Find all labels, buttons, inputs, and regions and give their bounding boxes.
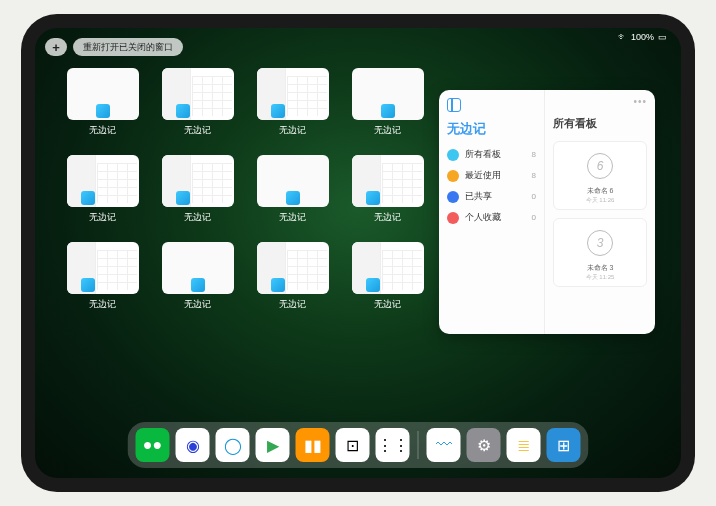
window-tile[interactable]: 无边记	[65, 68, 140, 137]
window-thumbnail	[352, 68, 424, 120]
sidebar-category[interactable]: 个人收藏0	[447, 211, 536, 224]
sidebar-toggle-icon[interactable]	[447, 98, 461, 112]
window-expose-grid: 无边记无边记无边记无边记无边记无边记无边记无边记无边记无边记无边记无边记	[65, 68, 425, 311]
window-tile[interactable]: 无边记	[255, 242, 330, 311]
sidebar-category[interactable]: 最近使用8	[447, 169, 536, 182]
dock-app-apps[interactable]: ⊞	[547, 428, 581, 462]
dock-app-qqbrowser[interactable]: ◯	[216, 428, 250, 462]
board-timestamp: 今天 11:25	[558, 273, 642, 282]
top-bar: + 重新打开已关闭的窗口	[45, 38, 183, 56]
board-thumbnail: 6	[558, 146, 642, 186]
category-icon	[447, 212, 459, 224]
category-count: 8	[532, 171, 536, 180]
window-tile[interactable]: 无边记	[160, 68, 235, 137]
freeform-app-icon	[81, 191, 95, 205]
dock-app-ucbrowser[interactable]: ◉	[176, 428, 210, 462]
window-tile[interactable]: 无边记	[350, 242, 425, 311]
sidebar-category[interactable]: 已共享0	[447, 190, 536, 203]
category-icon	[447, 149, 459, 161]
freeform-app-icon	[191, 278, 205, 292]
dock-app-pods[interactable]: ⋮⋮	[376, 428, 410, 462]
window-thumbnail	[67, 68, 139, 120]
reopen-closed-window-button[interactable]: 重新打开已关闭的窗口	[73, 38, 183, 56]
window-label: 无边记	[374, 298, 401, 311]
window-label: 无边记	[89, 124, 116, 137]
freeform-app-icon	[271, 104, 285, 118]
dock-app-play[interactable]: ▶	[256, 428, 290, 462]
wifi-icon: ᯤ	[618, 32, 627, 42]
board-card[interactable]: 6未命名 6今天 11:26	[553, 141, 647, 210]
window-thumbnail	[67, 242, 139, 294]
more-menu-icon[interactable]: •••	[633, 96, 647, 107]
sidebar-category[interactable]: 所有看板8	[447, 148, 536, 161]
board-label: 未命名 3	[558, 263, 642, 273]
ipad-device: ᯤ 100% ▭ + 重新打开已关闭的窗口 无边记无边记无边记无边记无边记无边记…	[21, 14, 695, 492]
window-label: 无边记	[279, 124, 306, 137]
panel-content: ••• 所有看板 6未命名 6今天 11:263未命名 3今天 11:25	[545, 90, 655, 334]
freeform-app-icon	[366, 278, 380, 292]
window-tile[interactable]: 无边记	[255, 68, 330, 137]
category-icon	[447, 191, 459, 203]
board-label: 未命名 6	[558, 186, 642, 196]
freeform-app-icon	[381, 104, 395, 118]
window-label: 无边记	[279, 298, 306, 311]
dock-app-settings[interactable]: ⚙	[467, 428, 501, 462]
window-thumbnail	[257, 155, 329, 207]
freeform-app-icon	[366, 191, 380, 205]
category-label: 个人收藏	[465, 211, 526, 224]
window-tile[interactable]: 无边记	[65, 242, 140, 311]
window-label: 无边记	[184, 211, 211, 224]
freeform-app-icon	[176, 191, 190, 205]
freeform-app-icon	[286, 191, 300, 205]
panel-title: 无边记	[447, 120, 536, 138]
dock-app-notes[interactable]: ≣	[507, 428, 541, 462]
category-label: 最近使用	[465, 169, 526, 182]
board-card[interactable]: 3未命名 3今天 11:25	[553, 218, 647, 287]
window-thumbnail	[352, 155, 424, 207]
window-label: 无边记	[89, 298, 116, 311]
dock: ●●◉◯▶▮▮⊡⋮⋮ 〰⚙≣⊞	[128, 422, 589, 468]
category-label: 已共享	[465, 190, 526, 203]
battery-icon: ▭	[658, 32, 667, 42]
window-tile[interactable]: 无边记	[255, 155, 330, 224]
window-label: 无边记	[184, 124, 211, 137]
category-count: 8	[532, 150, 536, 159]
window-label: 无边记	[374, 124, 401, 137]
window-tile[interactable]: 无边记	[350, 155, 425, 224]
freeform-app-icon	[96, 104, 110, 118]
dock-app-wechat[interactable]: ●●	[136, 428, 170, 462]
status-bar: ᯤ 100% ▭	[618, 32, 667, 42]
new-window-button[interactable]: +	[45, 38, 67, 56]
window-tile[interactable]: 无边记	[350, 68, 425, 137]
category-icon	[447, 170, 459, 182]
board-thumbnail: 3	[558, 223, 642, 263]
window-label: 无边记	[279, 211, 306, 224]
window-thumbnail	[257, 242, 329, 294]
window-label: 无边记	[89, 211, 116, 224]
dock-app-books[interactable]: ▮▮	[296, 428, 330, 462]
window-tile[interactable]: 无边记	[65, 155, 140, 224]
dock-app-freeform[interactable]: 〰	[427, 428, 461, 462]
board-timestamp: 今天 11:26	[558, 196, 642, 205]
battery-text: 100%	[631, 32, 654, 42]
freeform-app-icon	[271, 278, 285, 292]
window-thumbnail	[162, 242, 234, 294]
dock-app-dice[interactable]: ⊡	[336, 428, 370, 462]
window-label: 无边记	[374, 211, 401, 224]
window-tile[interactable]: 无边记	[160, 242, 235, 311]
window-thumbnail	[67, 155, 139, 207]
window-label: 无边记	[184, 298, 211, 311]
window-tile[interactable]: 无边记	[160, 155, 235, 224]
panel-sidebar: 无边记 所有看板8最近使用8已共享0个人收藏0	[439, 90, 545, 334]
freeform-app-icon	[176, 104, 190, 118]
category-label: 所有看板	[465, 148, 526, 161]
dock-separator	[418, 431, 419, 459]
panel-right-title: 所有看板	[553, 116, 647, 131]
category-count: 0	[532, 213, 536, 222]
window-thumbnail	[257, 68, 329, 120]
freeform-app-icon	[81, 278, 95, 292]
category-count: 0	[532, 192, 536, 201]
window-thumbnail	[162, 68, 234, 120]
freeform-panel: 无边记 所有看板8最近使用8已共享0个人收藏0 ••• 所有看板 6未命名 6今…	[439, 90, 655, 334]
window-thumbnail	[162, 155, 234, 207]
